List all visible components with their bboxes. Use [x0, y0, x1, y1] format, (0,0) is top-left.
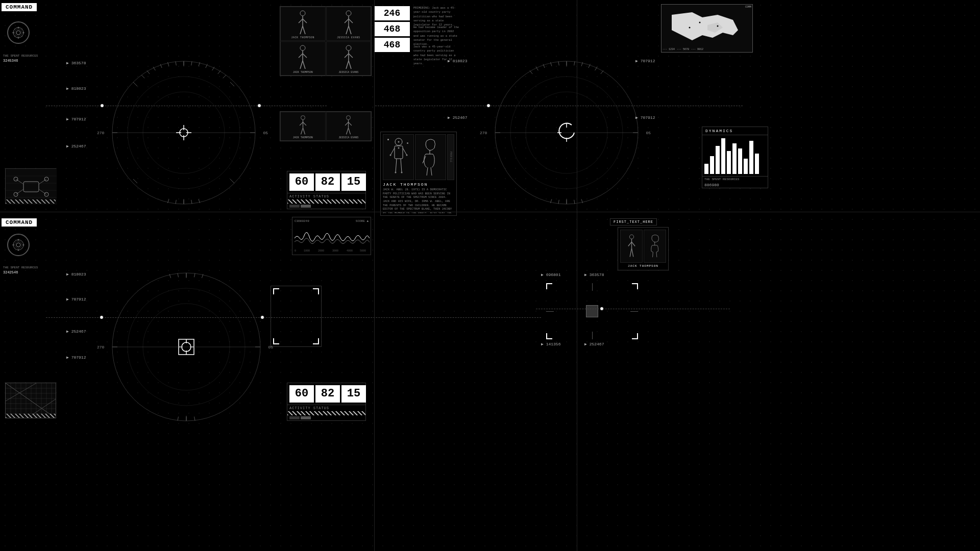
svg-line-67 — [349, 54, 353, 58]
tick-top — [592, 283, 593, 291]
profile-name-2: JESSICA EVANS — [328, 36, 370, 39]
tick-bottom — [592, 332, 593, 339]
line-dot-bottom-2 — [260, 315, 264, 319]
activity-panel-top: 60 82 15 ACTIVITY STATUS — [287, 171, 366, 209]
activity-bar-bottom — [287, 411, 365, 415]
bracket-outer-tl — [546, 283, 552, 289]
bar-indicator-b1 — [289, 416, 300, 419]
svg-point-9 — [14, 36, 15, 37]
radar-top-left: 270 05 — [107, 56, 260, 209]
svg-line-68 — [346, 61, 349, 69]
map-thumbnail-bottom — [5, 383, 56, 418]
svg-line-81 — [349, 128, 351, 134]
svg-line-79 — [349, 122, 352, 125]
bracket-outer-tr — [632, 283, 638, 289]
arrow-br-696801: 696801 — [541, 272, 560, 277]
tick-right — [630, 311, 638, 312]
radar-top-right: 270 05 — [490, 56, 643, 209]
activity-bar-top — [287, 199, 365, 204]
svg-line-95 — [558, 61, 559, 65]
svg-point-122 — [401, 172, 402, 173]
jack-thompson-desc: JACK W. ABEL (B. 1973) IS A DEMOCRATIC P… — [383, 188, 454, 213]
svg-line-61 — [303, 54, 307, 58]
dbar-3 — [716, 146, 720, 174]
line-dot-left — [100, 104, 104, 108]
bracket-tl-1 — [273, 288, 279, 294]
h-line-top-left — [46, 106, 327, 106]
svg-line-149 — [178, 273, 179, 278]
arrow-r-252467: 252467 — [448, 115, 467, 120]
svg-point-115 — [398, 141, 399, 143]
arrow-br-141356: 141356 — [541, 342, 560, 346]
profile-name-5: JACK THOMPSON — [282, 136, 324, 139]
profile-card-1: JACK THOMPSON — [280, 7, 326, 41]
svg-point-64 — [346, 45, 351, 51]
jack-thompson-name: JACK THOMPSON — [383, 182, 454, 187]
svg-line-90 — [574, 61, 575, 65]
svg-point-76 — [347, 115, 351, 119]
svg-point-2 — [16, 31, 20, 35]
svg-line-78 — [345, 122, 348, 125]
svg-line-55 — [349, 19, 353, 23]
waveform-panel: C3D00249 SCORE ▲ 0 1000 2000 3000 4000 5… — [292, 217, 371, 255]
corner-map: COMM --- 1234 --- 5678 --- 9012 — [661, 4, 753, 53]
svg-line-101 — [558, 200, 559, 204]
arrow-252467: 252467 — [66, 144, 86, 148]
svg-point-10 — [21, 36, 22, 37]
profile-grid-bottom: JACK THOMPSON JESSICA EVANS — [280, 111, 372, 141]
svg-line-80 — [347, 128, 349, 134]
h-line-bottom-right — [536, 309, 730, 309]
svg-point-7 — [14, 29, 15, 30]
status-468a: 468 — [374, 22, 410, 36]
svg-line-176 — [656, 252, 657, 257]
dbar-8 — [744, 159, 748, 174]
svg-line-62 — [300, 61, 303, 69]
svg-line-57 — [349, 26, 351, 34]
profile-name-6: JESSICA EVANS — [328, 136, 370, 139]
status-text-1: PRIMERING: Jack was a 45-year-old countr… — [413, 6, 459, 27]
section-divider — [0, 212, 980, 212]
arrow-818023: 818023 — [66, 86, 86, 91]
arrow-rr-707912b: 707912 — [635, 115, 655, 120]
h-line-top-right — [375, 106, 743, 106]
status-text-2: He had become leader of the opposition p… — [413, 26, 459, 46]
svg-line-152 — [178, 417, 179, 421]
arrow-bl-707912: 707912 — [66, 297, 86, 302]
score-82: 82 — [315, 173, 340, 191]
score-60-b: 60 — [289, 385, 314, 403]
svg-point-135 — [18, 239, 19, 241]
svg-point-5 — [13, 32, 14, 34]
axis-270: 270 — [97, 131, 104, 135]
dbar-7 — [738, 148, 742, 174]
arrow-r-818023: 818023 — [448, 59, 467, 63]
inner-target — [586, 305, 598, 317]
arrow-bl-707912b: 707912 — [66, 355, 86, 360]
svg-line-94 — [601, 70, 603, 74]
svg-line-38 — [191, 200, 192, 204]
command-label-top-left: COMMAND — [2, 3, 37, 11]
score-60: 60 — [289, 173, 314, 191]
svg-line-169 — [628, 242, 631, 246]
circle-icon-top-left — [7, 21, 30, 44]
svg-point-4 — [18, 37, 19, 39]
line-dot-bottom-1 — [100, 315, 104, 319]
svg-point-3 — [18, 27, 19, 29]
arrow-bl-818023: 818023 — [66, 272, 86, 277]
score-15-b: 15 — [341, 385, 366, 403]
radar-bottom-left: 270 05 — [107, 268, 265, 426]
svg-line-60 — [299, 54, 303, 58]
svg-point-46 — [300, 11, 305, 16]
svg-line-33 — [147, 70, 150, 74]
svg-line-18 — [133, 82, 137, 86]
svg-line-50 — [300, 26, 303, 34]
activity-status-top: ACTIVITY STATUS — [287, 193, 365, 199]
dbar-2 — [710, 156, 714, 174]
svg-text:5000: 5000 — [360, 249, 366, 252]
svg-point-131 — [689, 27, 691, 29]
targeting-brackets — [546, 283, 638, 339]
arrow-707912: 707912 — [66, 117, 86, 121]
bracket-tr-1 — [313, 288, 319, 294]
svg-point-8 — [21, 29, 22, 30]
svg-line-74 — [301, 128, 303, 134]
svg-line-171 — [630, 248, 631, 257]
